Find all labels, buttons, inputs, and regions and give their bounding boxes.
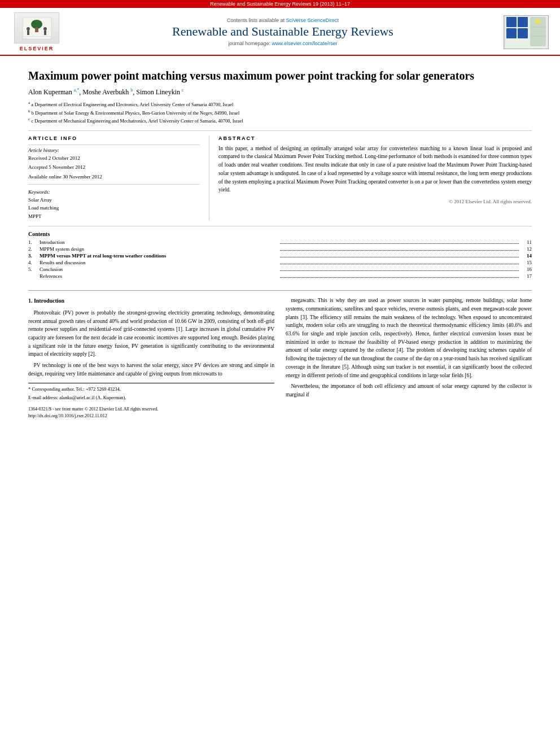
svg-point-3	[27, 27, 30, 30]
section1-num: 1.	[28, 298, 33, 304]
journal-cover-image	[505, 16, 548, 49]
journal-homepage-line: journal homepage: www.elsevier.com/locat…	[73, 41, 492, 46]
available-date: Available online 30 November 2012	[28, 173, 200, 181]
body-para-right-1: megawatts. This is why they are used as …	[286, 296, 532, 379]
toc-dots-refs	[280, 277, 519, 278]
section-divider	[28, 290, 532, 291]
toc-label-refs: References	[40, 273, 278, 279]
svg-rect-6	[44, 30, 46, 35]
toc-dots-1	[280, 243, 519, 244]
toc-page-3: 14	[520, 253, 532, 259]
footnote-star: * Corresponding author. Tel.: +972 5269 …	[28, 386, 274, 393]
body-para-right-2: Nevertheless, the importance of both cel…	[286, 382, 532, 399]
svg-point-1	[31, 20, 42, 29]
elsevier-logo-box	[14, 12, 59, 43]
elsevier-label: ELSEVIER	[20, 46, 54, 51]
toc-page-1: 11	[520, 239, 532, 245]
footer-line1: 1364-0321/$ - see front matter © 2012 El…	[28, 406, 274, 413]
received-date: Received 2 October 2012	[28, 154, 200, 162]
body-left-column: 1. Introduction Photovoltaic (PV) power …	[28, 296, 274, 420]
body-content: 1. Introduction Photovoltaic (PV) power …	[28, 296, 532, 420]
toc-item-refs: References 17	[28, 273, 532, 279]
keywords-label: Keywords:	[28, 189, 200, 195]
journal-title-area: Contents lists available at SciVerse Sci…	[62, 18, 504, 46]
body-right-column: megawatts. This is why they are used as …	[286, 296, 532, 420]
journal-title: Renewable and Sustainable Energy Reviews	[73, 24, 492, 39]
body-para-1: Photovoltaic (PV) power is probably the …	[28, 309, 274, 359]
elsevier-footer: 1364-0321/$ - see front matter © 2012 El…	[28, 406, 274, 420]
toc-page-2: 12	[520, 246, 532, 252]
svg-point-5	[43, 27, 47, 30]
svg-rect-4	[27, 30, 29, 35]
toc-item-3: 3. MPPM versus MPPT at real long-term we…	[28, 253, 532, 259]
keyword-1: Solar Array	[28, 196, 200, 204]
toc-label-1: Introduction	[40, 239, 278, 245]
journal-bar: Renewable and Sustainable Energy Reviews…	[0, 0, 560, 8]
toc-heading: Contents	[28, 231, 532, 237]
journal-thumbnail	[504, 15, 549, 49]
toc-page-5: 16	[520, 267, 532, 272]
article-history-label: Article history:	[28, 147, 200, 153]
toc-page-refs: 17	[520, 273, 532, 279]
article-info-abstract: Article Info Article history: Received 2…	[28, 130, 532, 220]
toc-item-1: 1. Introduction 11	[28, 239, 532, 246]
toc-num-2: 2.	[28, 246, 40, 252]
toc-dots-2	[280, 250, 519, 251]
affiliation-a: a a Department of Electrical Engineering…	[28, 100, 532, 108]
toc-dots-4	[280, 264, 519, 264]
toc-label-3: MPPM versus MPPT at real long-term weath…	[40, 253, 278, 259]
elsevier-tree-icon	[21, 16, 53, 40]
footnote-section: * Corresponding author. Tel.: +972 5269 …	[28, 383, 274, 401]
abstract-heading: Abstract	[218, 136, 532, 141]
toc-label-5: Conclusion	[40, 267, 278, 272]
keyword-3: MPPT	[28, 212, 200, 220]
journal-bar-text: Renewable and Sustainable Energy Reviews…	[210, 1, 350, 7]
article-title: Maximum power point matching versus maxi…	[28, 68, 532, 83]
journal-homepage-url[interactable]: www.elsevier.com/locate/rser	[272, 41, 338, 46]
journal-header: ELSEVIER Contents lists available at Sci…	[0, 8, 560, 56]
svg-rect-2	[35, 28, 38, 32]
toc-label-4: Results and discussion	[40, 260, 278, 265]
toc-item-2: 2. MPPM system design 12	[28, 246, 532, 252]
table-of-contents: Contents 1. Introduction 11 2. MPPM syst…	[28, 226, 532, 285]
contents-available-line: Contents lists available at SciVerse Sci…	[73, 18, 492, 23]
svg-rect-12	[518, 28, 528, 38]
article-content: Maximum power point matching versus maxi…	[0, 56, 560, 426]
toc-item-4: 4. Results and discussion 15	[28, 260, 532, 266]
toc-label-2: MPPM system design	[40, 246, 278, 252]
toc-item-5: 5. Conclusion 16	[28, 267, 532, 273]
article-info-heading: Article Info	[28, 136, 200, 141]
footnote-email: E-mail address: alanku@ariel.ac.il (A. K…	[28, 394, 274, 401]
toc-num-4: 4.	[28, 260, 40, 265]
toc-dots-5	[280, 270, 519, 271]
publisher-logo-area: ELSEVIER	[11, 12, 62, 51]
abstract-text: In this paper, a method of designing an …	[218, 145, 532, 194]
footer-line2: http://dx.doi.org/10.1016/j.rser.2012.11…	[28, 413, 274, 420]
accepted-date: Accepted 5 November 2012	[28, 163, 200, 171]
toc-num-3: 3.	[28, 253, 40, 259]
body-para-2: PV technology is one of the best ways to…	[28, 361, 274, 378]
article-info-column: Article Info Article history: Received 2…	[28, 136, 209, 220]
toc-dots-3	[280, 257, 519, 257]
section1-heading-area: 1. Introduction	[28, 296, 274, 305]
affiliation-c: c c Department of Mechanical Engineering…	[28, 116, 532, 125]
abstract-column: Abstract In this paper, a method of desi…	[209, 136, 532, 220]
svg-rect-9	[506, 17, 517, 27]
toc-num-5: 5.	[28, 267, 40, 272]
affiliations: a a Department of Electrical Engineering…	[28, 100, 532, 125]
affiliation-b: b b Department of Solar Energy & Environ…	[28, 108, 532, 117]
authors-line: Alon Kuperman a,*, Moshe Averbukh b, Sim…	[28, 88, 532, 97]
section1-heading: Introduction	[34, 298, 64, 304]
toc-num-1: 1.	[28, 239, 40, 245]
svg-rect-11	[506, 28, 517, 38]
keyword-2: Load matching	[28, 204, 200, 212]
toc-page-4: 15	[520, 260, 532, 265]
svg-point-16	[535, 19, 541, 24]
svg-rect-10	[518, 17, 528, 27]
copyright-line: © 2012 Elsevier Ltd. All rights reserved…	[218, 199, 532, 204]
